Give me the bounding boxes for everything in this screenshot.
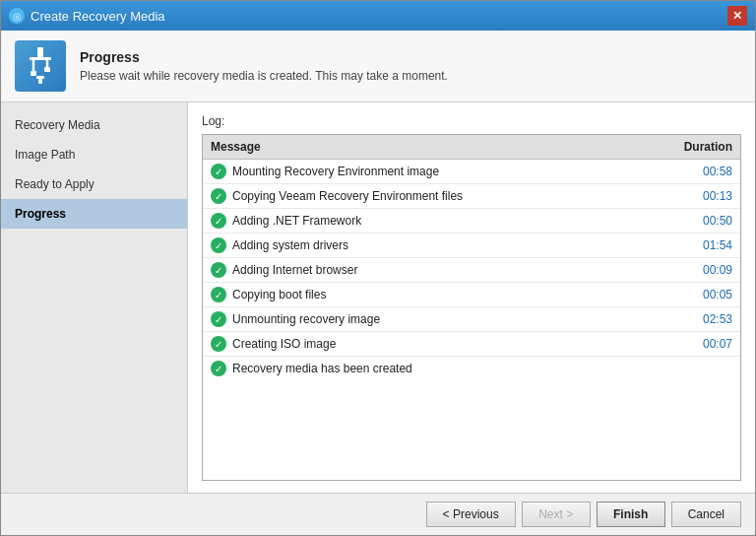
header-text: Progress Please wait while recovery medi… [80,49,448,83]
check-icon: ✓ [211,311,226,327]
message-cell: ✓Mounting Recovery Environment image [203,160,662,184]
close-button[interactable]: ✕ [727,6,747,26]
message-text: Adding system drivers [232,238,348,252]
footer: < Previous Next > Finish Cancel [1,493,755,535]
duration-cell: 02:53 [662,307,740,332]
svg-rect-1 [30,57,51,60]
table-row: ✓Creating ISO image00:07 [203,332,740,357]
sidebar-item-progress[interactable]: Progress [1,199,187,229]
check-icon: ✓ [211,237,226,253]
message-text: Adding .NET Framework [232,214,361,228]
previous-button[interactable]: < Previous [426,502,516,527]
check-icon: ✓ [211,164,226,179]
table-row: ✓Copying Veeam Recovery Environment file… [203,184,740,209]
duration-cell [662,357,740,381]
message-cell: ✓Creating ISO image [203,332,662,357]
check-icon: ✓ [211,213,226,229]
message-cell: ✓Copying Veeam Recovery Environment file… [203,184,662,209]
svg-rect-7 [38,79,42,84]
message-cell: ✓Copying boot files [203,283,662,307]
duration-cell: 00:05 [662,283,740,307]
check-icon: ✓ [211,336,226,352]
app-icon: ◎ [9,8,25,24]
message-cell: ✓Adding system drivers [203,234,662,258]
check-icon: ✓ [211,188,226,204]
message-text: Unmounting recovery image [232,312,380,326]
usb-icon [15,40,66,92]
svg-rect-6 [36,76,44,79]
table-row: ✓Recovery media has been created [203,357,740,381]
cancel-button[interactable]: Cancel [671,502,741,527]
message-column-header: Message [203,135,662,160]
content-area: Recovery MediaImage PathReady to ApplyPr… [1,102,755,493]
finish-button[interactable]: Finish [597,502,665,527]
window-title: Create Recovery Media [31,9,165,24]
svg-rect-5 [44,67,50,72]
main-window: ◎ Create Recovery Media ✕ Progress Pleas… [0,0,756,536]
message-text: Copying Veeam Recovery Environment files [232,189,463,203]
message-cell: ✓Recovery media has been created [203,357,662,381]
sidebar-item-image-path[interactable]: Image Path [1,140,187,169]
main-panel: Log: Message Duration ✓Mounting Recovery… [188,102,755,493]
duration-column-header: Duration [662,135,740,160]
message-cell: ✓Adding Internet browser [203,258,662,283]
table-row: ✓Adding system drivers01:54 [203,234,740,258]
sidebar: Recovery MediaImage PathReady to ApplyPr… [1,102,188,493]
duration-cell: 00:07 [662,332,740,357]
sidebar-item-ready-to-apply[interactable]: Ready to Apply [1,169,187,199]
duration-cell: 01:54 [662,234,740,258]
check-icon: ✓ [211,262,226,278]
message-text: Copying boot files [232,288,326,302]
table-header-row: Message Duration [203,135,740,160]
message-text: Creating ISO image [232,337,336,351]
sidebar-item-recovery-media[interactable]: Recovery Media [1,110,187,140]
next-button[interactable]: Next > [522,502,591,527]
check-icon: ✓ [211,287,226,302]
check-icon: ✓ [211,361,226,376]
duration-cell: 00:50 [662,209,740,234]
message-cell: ✓Unmounting recovery image [203,307,662,332]
table-row: ✓Adding Internet browser00:09 [203,258,740,283]
log-table-container[interactable]: Message Duration ✓Mounting Recovery Envi… [202,134,741,481]
title-bar-left: ◎ Create Recovery Media [9,8,165,24]
table-row: ✓Copying boot files00:05 [203,283,740,307]
title-bar: ◎ Create Recovery Media ✕ [1,1,755,31]
duration-cell: 00:58 [662,160,740,184]
table-row: ✓Adding .NET Framework00:50 [203,209,740,234]
message-text: Recovery media has been created [232,362,412,375]
message-text: Adding Internet browser [232,263,357,277]
table-row: ✓Mounting Recovery Environment image00:5… [203,160,740,184]
message-text: Mounting Recovery Environment image [232,165,439,178]
header-subtitle: Please wait while recovery media is crea… [80,69,448,83]
log-label: Log: [202,114,741,128]
header-title: Progress [80,49,448,65]
svg-rect-4 [31,71,36,76]
svg-rect-0 [37,47,43,57]
duration-cell: 00:09 [662,258,740,283]
table-row: ✓Unmounting recovery image02:53 [203,307,740,332]
message-cell: ✓Adding .NET Framework [203,209,662,234]
duration-cell: 00:13 [662,184,740,209]
header-bar: Progress Please wait while recovery medi… [1,31,755,102]
log-table: Message Duration ✓Mounting Recovery Envi… [203,135,740,380]
